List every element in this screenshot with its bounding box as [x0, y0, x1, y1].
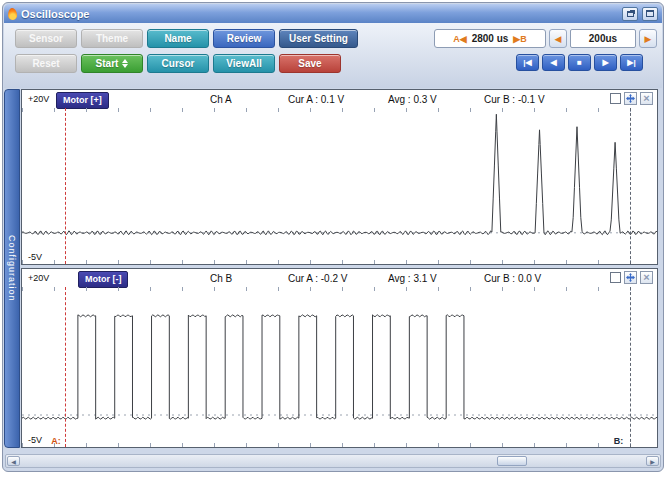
channel-b-header: +20V Motor [-] Ch B Cur A : -0.2 V Avg :…	[22, 269, 657, 287]
scroll-left-icon: ◀	[11, 458, 16, 465]
range-b-marker: ▶B	[513, 34, 526, 44]
channel-a-controls: ×	[610, 92, 653, 105]
step-left-icon: ◀	[555, 34, 562, 44]
channel-b-visible-checkbox[interactable]	[610, 272, 621, 283]
channel-b-badge: Motor [-]	[78, 271, 128, 288]
vmin-label: -5V	[28, 252, 42, 262]
app-window: Oscilloscope Sensor Theme Name Review Us…	[2, 2, 664, 472]
skip-start-icon: |◀	[523, 58, 531, 67]
name-button[interactable]: Name	[147, 29, 209, 48]
restore-button[interactable]	[622, 7, 638, 21]
review-button[interactable]: Review	[213, 29, 275, 48]
range-value: 2800 us	[472, 33, 509, 44]
step-forward-button[interactable]: ▶	[594, 54, 617, 71]
channel-a-close-button[interactable]: ×	[640, 92, 653, 105]
move-icon	[626, 273, 635, 282]
cursor-b-tag: B:	[614, 436, 624, 446]
app-flame-icon	[7, 7, 17, 20]
skip-end-button[interactable]: ▶|	[620, 54, 643, 71]
timebase-decrease-button[interactable]: ◀	[549, 29, 567, 48]
stop-icon: ■	[577, 58, 582, 67]
reset-button[interactable]: Reset	[15, 54, 77, 73]
stop-button[interactable]: ■	[568, 54, 591, 71]
maximize-button[interactable]	[642, 7, 658, 21]
close-icon: ×	[643, 272, 649, 283]
channel-a-header: +20V Motor [+] Ch A Cur A : 0.1 V Avg : …	[22, 90, 657, 108]
viewall-button[interactable]: ViewAll	[213, 54, 275, 73]
theme-button[interactable]: Theme	[81, 29, 143, 48]
scroll-right-icon: ▶	[650, 458, 655, 465]
step-forward-icon: ▶	[602, 58, 608, 67]
toolbar-row-2: Reset Start Cursor ViewAll Save	[15, 54, 341, 73]
toolbar-row-1: Sensor Theme Name Review User Setting	[15, 29, 358, 48]
vmin-label: -5V	[28, 435, 42, 445]
channel-a-waveform	[22, 108, 657, 264]
range-a-marker: A◀	[453, 34, 466, 44]
channel-b-close-button[interactable]: ×	[640, 271, 653, 284]
ab-range-display: A◀ 2800 us ▶B	[434, 29, 546, 48]
timebase-increase-button[interactable]: ▶	[639, 29, 657, 48]
skip-start-button[interactable]: |◀	[516, 54, 539, 71]
step-back-icon: ◀	[550, 58, 556, 67]
scroll-right-button[interactable]: ▶	[646, 456, 659, 466]
channel-a-move-button[interactable]	[624, 92, 637, 105]
sensor-button[interactable]: Sensor	[15, 29, 77, 48]
channel-a-badge: Motor [+]	[56, 92, 109, 109]
close-icon: ×	[643, 93, 649, 104]
channel-a-name: Ch A	[210, 94, 232, 105]
spinner-up-icon	[122, 59, 128, 63]
scrollbar-thumb[interactable]	[497, 456, 527, 466]
move-icon	[626, 94, 635, 103]
channel-b-name: Ch B	[210, 273, 232, 284]
maximize-icon	[646, 10, 654, 17]
cursor-a-line[interactable]	[65, 108, 66, 264]
cursor-button[interactable]: Cursor	[147, 54, 209, 73]
channel-b-cursor-b-value: Cur B : 0.0 V	[484, 273, 541, 284]
start-button[interactable]: Start	[81, 54, 143, 73]
channel-a-panel: +20V Motor [+] Ch A Cur A : 0.1 V Avg : …	[21, 89, 658, 265]
window-title: Oscilloscope	[21, 8, 89, 20]
cursor-a-tag: A:	[51, 436, 61, 446]
channel-a-cursor-a-value: Cur A : 0.1 V	[288, 94, 344, 105]
channel-b-panel: +20V Motor [-] Ch B Cur A : -0.2 V Avg :…	[21, 268, 658, 448]
spinner-down-icon	[122, 64, 128, 68]
cursor-b-line[interactable]	[630, 108, 631, 264]
timebase-display[interactable]: 200us	[570, 29, 636, 48]
channel-b-average-value: Avg : 3.1 V	[388, 273, 437, 284]
channel-b-plot: -5V A: B:	[22, 287, 657, 447]
channel-b-controls: ×	[610, 271, 653, 284]
vmax-label: +20V	[28, 94, 49, 104]
start-spinner[interactable]	[122, 59, 128, 68]
scroll-left-button[interactable]: ◀	[7, 456, 20, 466]
channel-a-visible-checkbox[interactable]	[610, 93, 621, 104]
title-bar[interactable]: Oscilloscope	[4, 4, 662, 23]
channel-b-move-button[interactable]	[624, 271, 637, 284]
channel-a-plot: -5V	[22, 108, 657, 264]
time-range-controls: A◀ 2800 us ▶B ◀ 200us ▶	[434, 29, 657, 48]
cursor-a-line[interactable]	[65, 287, 66, 447]
step-right-icon: ▶	[645, 34, 652, 44]
cursor-b-line[interactable]	[630, 287, 631, 447]
channel-a-average-value: Avg : 0.3 V	[388, 94, 437, 105]
channel-b-cursor-a-value: Cur A : -0.2 V	[288, 273, 347, 284]
vmax-label: +20V	[28, 273, 49, 283]
horizontal-scrollbar[interactable]: ◀ ▶	[5, 454, 661, 468]
channel-a-cursor-b-value: Cur B : -0.1 V	[484, 94, 545, 105]
channel-b-waveform	[22, 287, 657, 447]
save-button[interactable]: Save	[279, 54, 341, 73]
sidebar-tab-configuration[interactable]: Configuration	[4, 89, 20, 448]
transport-controls: |◀ ◀ ■ ▶ ▶|	[516, 54, 643, 71]
step-back-button[interactable]: ◀	[542, 54, 565, 71]
restore-icon	[627, 11, 634, 17]
user-setting-button[interactable]: User Setting	[279, 29, 358, 48]
skip-end-icon: ▶|	[627, 58, 635, 67]
